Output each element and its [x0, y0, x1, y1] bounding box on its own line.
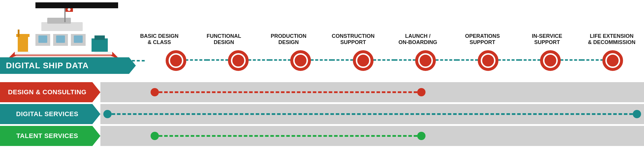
svg-rect-8 [41, 22, 83, 31]
circle-outer-functional-design [228, 50, 249, 71]
phase-label-in-service-support: IN-SERVICESUPPORT [515, 33, 579, 46]
circle-outer-production-design [290, 50, 311, 71]
main-container: DIGITAL SHIP DATA BASIC DESIGN& CLASSFUN… [0, 0, 644, 164]
svg-rect-5 [38, 35, 47, 43]
circle-outer-life-extension [602, 50, 623, 71]
service-rows: DESIGN & CONSULTING DIGITAL SERVICES TAL… [0, 80, 644, 164]
svg-rect-17 [94, 35, 105, 40]
talent-track [100, 126, 644, 146]
phase-label-production-design: PRODUCTIONDESIGN [256, 33, 321, 46]
circle-item-construction-support [332, 50, 394, 71]
design-consulting-label: DESIGN & CONSULTING [0, 82, 100, 102]
service-row-talent: TALENT SERVICES [0, 126, 644, 146]
svg-point-12 [68, 8, 71, 11]
circle-outer-construction-support [353, 50, 374, 71]
black-bar [35, 2, 118, 8]
circle-outer-in-service-support [540, 50, 561, 71]
digital-dot-end [633, 110, 641, 118]
design-line [154, 91, 423, 93]
phase-label-basic-design: BASIC DESIGN& CLASS [127, 33, 192, 46]
circle-outer-operations-support [478, 50, 498, 71]
svg-rect-13 [18, 35, 28, 52]
svg-rect-3 [53, 34, 68, 46]
talent-line [154, 135, 423, 137]
svg-rect-7 [74, 35, 83, 43]
circle-inner-construction-support [356, 53, 371, 68]
circle-outer-launch-onboarding [415, 50, 436, 71]
circle-inner-life-extension [605, 53, 620, 68]
service-row-design: DESIGN & CONSULTING [0, 82, 644, 102]
phase-label-launch-onboarding: LAUNCH /ON-BOARDING [386, 33, 450, 46]
svg-rect-2 [35, 34, 50, 46]
circle-item-basic-design [145, 50, 207, 71]
digital-ship-data-row [127, 49, 644, 72]
svg-rect-10 [64, 7, 66, 22]
phase-label-functional-design: FUNCTIONALDESIGN [192, 33, 256, 46]
svg-rect-15 [18, 30, 19, 37]
circle-item-operations-support [457, 50, 519, 71]
digital-line [106, 113, 638, 115]
circle-item-functional-design [207, 50, 269, 71]
top-row: DIGITAL SHIP DATA BASIC DESIGN& CLASSFUN… [0, 0, 644, 80]
svg-rect-4 [71, 34, 86, 46]
design-dot-end [417, 88, 425, 96]
circle-outer-basic-design [166, 50, 186, 71]
svg-rect-1 [30, 30, 94, 53]
circle-inner-in-service-support [543, 53, 558, 68]
digital-ship-data-label: DIGITAL SHIP DATA [0, 57, 136, 74]
talent-services-label: TALENT SERVICES [0, 126, 100, 146]
circle-inner-launch-onboarding [418, 53, 433, 68]
svg-rect-16 [92, 38, 108, 52]
circle-item-launch-onboarding [394, 50, 457, 71]
service-row-digital: DIGITAL SERVICES [0, 104, 644, 124]
circle-inner-functional-design [231, 53, 246, 68]
svg-rect-6 [56, 35, 65, 43]
phase-labels: BASIC DESIGN& CLASSFUNCTIONALDESIGNPRODU… [127, 7, 644, 49]
circle-item-in-service-support [519, 50, 581, 71]
svg-rect-9 [47, 18, 71, 24]
circle-inner-operations-support [481, 53, 495, 68]
circle-inner-production-design [293, 53, 308, 68]
digital-dot-start [103, 110, 112, 118]
phase-circles-row [145, 49, 644, 72]
ship-section: DIGITAL SHIP DATA [0, 0, 127, 80]
phase-label-construction-support: CONSTRUCTIONSUPPORT [321, 33, 386, 46]
talent-dot-end [417, 132, 425, 140]
timeline-area: BASIC DESIGN& CLASSFUNCTIONALDESIGNPRODU… [127, 7, 644, 72]
talent-dot-start [151, 132, 159, 140]
circle-item-life-extension [582, 50, 644, 71]
circle-inner-basic-design [169, 53, 183, 68]
circle-item-production-design [270, 50, 332, 71]
design-dot-start [151, 88, 159, 96]
design-track [100, 82, 644, 102]
digital-services-label: DIGITAL SERVICES [0, 104, 100, 124]
phase-label-operations-support: OPERATIONSSUPPORT [450, 33, 515, 46]
svg-rect-14 [16, 34, 30, 37]
digital-track [100, 104, 644, 124]
phase-label-life-extension: LIFE EXTENSION& DECOMMISSION [579, 33, 644, 46]
